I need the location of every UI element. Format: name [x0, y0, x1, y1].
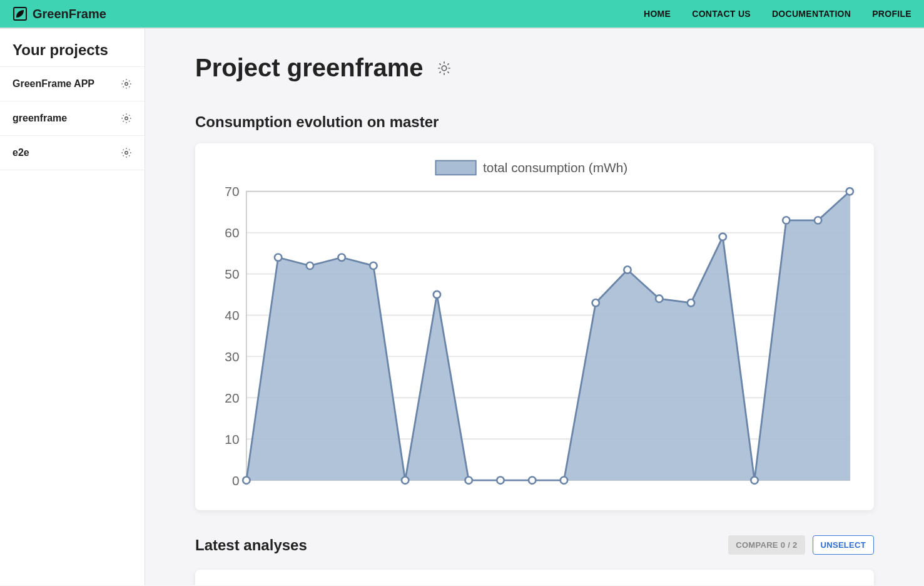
svg-text:0: 0: [232, 473, 240, 488]
svg-text:40: 40: [225, 308, 239, 322]
sidebar-item-e2e[interactable]: e2e: [0, 136, 145, 170]
chart-card: total consumption (mWh)010203040506070: [195, 143, 874, 510]
svg-point-29: [402, 476, 409, 483]
svg-point-43: [846, 188, 853, 195]
top-nav: HOME CONTACT US DOCUMENTATION PROFILE: [644, 9, 911, 19]
svg-point-37: [656, 295, 663, 302]
svg-point-34: [561, 476, 567, 483]
main-content: Project greenframe Consumption evolution…: [145, 29, 924, 585]
sidebar: Your projects GreenFrame APP greenframe …: [0, 29, 145, 585]
consumption-chart: total consumption (mWh)010203040506070: [201, 156, 864, 499]
svg-point-42: [815, 217, 821, 224]
svg-point-39: [719, 234, 726, 240]
analyses-title: Latest analyses: [195, 537, 307, 554]
analyses-actions: COMPARE 0 / 2 UNSELECT: [728, 535, 874, 555]
topbar: GreenFrame HOME CONTACT US DOCUMENTATION…: [0, 0, 924, 29]
chart-section-title: Consumption evolution on master: [195, 113, 874, 131]
svg-point-41: [783, 217, 789, 224]
sidebar-title: Your projects: [0, 36, 145, 66]
svg-point-36: [624, 266, 631, 273]
svg-point-26: [307, 262, 313, 269]
svg-text:20: 20: [225, 391, 239, 405]
nav-profile[interactable]: PROFILE: [872, 9, 911, 19]
svg-point-32: [497, 476, 504, 483]
svg-point-28: [370, 262, 377, 269]
analysis-header-row: #4 Merge pull request #395 from marmelab…: [211, 585, 858, 585]
svg-text:60: 60: [225, 225, 239, 240]
svg-text:50: 50: [225, 267, 239, 281]
svg-point-31: [465, 476, 472, 483]
gear-icon[interactable]: [436, 60, 452, 76]
sidebar-item-label: greenframe: [13, 113, 67, 124]
gear-icon[interactable]: [121, 113, 132, 124]
svg-point-3: [125, 152, 128, 155]
svg-point-35: [592, 299, 599, 306]
analyses-header: Latest analyses COMPARE 0 / 2 UNSELECT: [195, 535, 874, 555]
svg-point-24: [243, 476, 250, 483]
svg-text:10: 10: [225, 432, 239, 446]
sidebar-item-label: GreenFrame APP: [13, 78, 94, 90]
nav-contact[interactable]: CONTACT US: [692, 9, 751, 19]
compare-button: COMPARE 0 / 2: [728, 535, 805, 555]
svg-point-1: [125, 83, 128, 86]
nav-home[interactable]: HOME: [644, 9, 671, 19]
svg-point-33: [529, 476, 536, 483]
sidebar-item-label: e2e: [13, 147, 29, 158]
analysis-title: Merge pull request #395 from marmelab/ma…: [254, 585, 627, 585]
gear-icon[interactable]: [121, 78, 132, 90]
analysis-number: #4: [231, 585, 245, 585]
svg-point-38: [688, 299, 694, 306]
page-header: Project greenframe: [195, 54, 874, 82]
brand[interactable]: GreenFrame: [13, 6, 106, 21]
sidebar-item-greenframe-app[interactable]: GreenFrame APP: [0, 66, 145, 101]
svg-point-2: [125, 117, 128, 120]
leaf-icon: [13, 6, 28, 21]
gear-icon[interactable]: [121, 147, 132, 158]
svg-point-40: [751, 476, 758, 483]
analysis-item[interactable]: #4 Merge pull request #395 from marmelab…: [195, 570, 874, 585]
svg-point-27: [338, 254, 345, 261]
unselect-button[interactable]: UNSELECT: [813, 535, 874, 555]
svg-point-25: [275, 254, 282, 261]
sidebar-item-greenframe[interactable]: greenframe: [0, 101, 145, 136]
svg-point-30: [434, 291, 440, 298]
svg-point-4: [442, 66, 447, 71]
svg-text:70: 70: [225, 184, 239, 198]
svg-text:total consumption (mWh): total consumption (mWh): [483, 160, 627, 175]
page-title: Project greenframe: [195, 54, 424, 82]
svg-rect-5: [435, 161, 475, 175]
brand-text: GreenFrame: [33, 7, 106, 21]
svg-text:30: 30: [225, 349, 239, 364]
nav-docs[interactable]: DOCUMENTATION: [772, 9, 851, 19]
